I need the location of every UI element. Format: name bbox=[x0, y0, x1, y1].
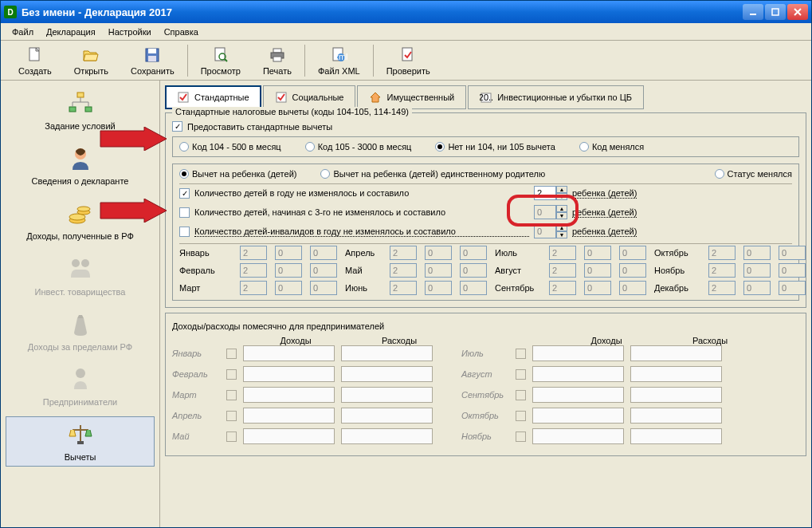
may-2[interactable] bbox=[425, 263, 452, 278]
radio-child-deduction[interactable] bbox=[179, 169, 189, 179]
entr-nov-income[interactable] bbox=[532, 428, 624, 444]
entr-mar-income[interactable] bbox=[243, 387, 335, 403]
sep-1[interactable] bbox=[549, 281, 576, 295]
jul-3[interactable] bbox=[619, 246, 646, 260]
entr-may-income[interactable] bbox=[243, 428, 335, 444]
nov-3[interactable] bbox=[779, 263, 806, 278]
jun-2[interactable] bbox=[425, 281, 452, 295]
entr-feb-chk[interactable] bbox=[226, 369, 237, 380]
tab-property[interactable]: Имущественный bbox=[357, 85, 466, 109]
entr-nov-expense[interactable] bbox=[630, 428, 722, 444]
entr-mar-expense[interactable] bbox=[341, 387, 433, 403]
tool-save[interactable]: Сохранить bbox=[120, 43, 186, 78]
maximize-button[interactable] bbox=[765, 4, 786, 20]
entr-feb-income[interactable] bbox=[243, 366, 335, 382]
entr-aug-income[interactable] bbox=[532, 366, 624, 382]
entr-jan-expense[interactable] bbox=[341, 345, 433, 361]
close-button[interactable] bbox=[787, 4, 808, 20]
jan-3[interactable] bbox=[310, 246, 337, 260]
children-count-unchanged-checkbox[interactable] bbox=[179, 188, 190, 199]
aug-3[interactable] bbox=[619, 263, 646, 278]
apr-1[interactable] bbox=[390, 246, 417, 260]
entr-sep-chk[interactable] bbox=[516, 390, 526, 400]
radio-code-104[interactable] bbox=[179, 142, 189, 152]
entr-may-chk[interactable] bbox=[226, 431, 237, 442]
entr-jul-income[interactable] bbox=[532, 345, 624, 361]
entr-oct-income[interactable] bbox=[532, 408, 624, 424]
entr-oct-expense[interactable] bbox=[630, 408, 722, 424]
nov-1[interactable] bbox=[708, 263, 736, 278]
spin-up[interactable]: ▲ bbox=[556, 186, 567, 193]
aug-2[interactable] bbox=[584, 263, 611, 278]
oct-3[interactable] bbox=[779, 246, 806, 260]
spin-down[interactable]: ▼ bbox=[556, 231, 567, 238]
mar-3[interactable] bbox=[310, 281, 337, 295]
dec-1[interactable] bbox=[708, 281, 736, 295]
provide-std-checkbox[interactable] bbox=[172, 121, 182, 132]
entr-nov-chk[interactable] bbox=[516, 431, 526, 442]
mar-2[interactable] bbox=[275, 281, 302, 295]
sidebar-item-entrepreneur[interactable]: Предприниматели bbox=[6, 361, 155, 412]
feb-3[interactable] bbox=[310, 263, 337, 278]
oct-2[interactable] bbox=[743, 246, 771, 260]
entr-jul-expense[interactable] bbox=[630, 345, 722, 361]
tool-check[interactable]: Проверить bbox=[375, 43, 441, 78]
tool-open[interactable]: Открыть bbox=[63, 43, 120, 78]
tool-xml[interactable]: xmlФайл XML bbox=[307, 43, 371, 78]
dec-3[interactable] bbox=[779, 281, 806, 295]
tool-print[interactable]: Печать bbox=[252, 43, 303, 78]
tab-social[interactable]: Социальные bbox=[263, 85, 356, 109]
aug-1[interactable] bbox=[549, 263, 576, 278]
feb-2[interactable] bbox=[275, 263, 302, 278]
radio-code-changed[interactable] bbox=[579, 142, 589, 152]
nov-2[interactable] bbox=[743, 263, 771, 278]
sep-2[interactable] bbox=[584, 281, 611, 295]
apr-2[interactable] bbox=[425, 246, 452, 260]
sidebar-item-deductions[interactable]: Вычеты bbox=[6, 416, 155, 467]
jan-1[interactable] bbox=[240, 246, 267, 260]
tool-create[interactable]: Создать bbox=[7, 43, 63, 78]
entr-mar-chk[interactable] bbox=[226, 390, 237, 400]
apr-3[interactable] bbox=[460, 246, 487, 260]
may-3[interactable] bbox=[460, 263, 487, 278]
entr-feb-expense[interactable] bbox=[341, 366, 433, 382]
mar-1[interactable] bbox=[240, 281, 267, 295]
entr-jul-chk[interactable] bbox=[516, 349, 526, 359]
entr-oct-chk[interactable] bbox=[516, 411, 526, 421]
feb-1[interactable] bbox=[240, 263, 267, 278]
children-from3-checkbox[interactable] bbox=[179, 207, 190, 218]
menu-settings[interactable]: Настройки bbox=[102, 26, 158, 38]
entr-apr-expense[interactable] bbox=[341, 408, 433, 424]
menu-declaration[interactable]: Декларация bbox=[40, 26, 102, 38]
jul-2[interactable] bbox=[584, 246, 611, 260]
radio-status-changed[interactable] bbox=[715, 169, 724, 179]
minimize-button[interactable] bbox=[743, 4, 763, 20]
tab-standard[interactable]: Стандартные bbox=[165, 85, 261, 109]
entr-aug-chk[interactable] bbox=[516, 369, 526, 380]
entr-sep-income[interactable] bbox=[532, 387, 624, 403]
menu-file[interactable]: Файл bbox=[6, 26, 40, 38]
entr-apr-chk[interactable] bbox=[226, 411, 237, 421]
sep-3[interactable] bbox=[619, 281, 646, 295]
radio-child-single-parent[interactable] bbox=[320, 169, 330, 179]
sidebar-item-invest[interactable]: Инвест. товарищества bbox=[6, 251, 155, 301]
entr-aug-expense[interactable] bbox=[630, 366, 722, 382]
entr-jan-income[interactable] bbox=[243, 345, 335, 361]
sidebar-item-abroad[interactable]: Доходы за пределами РФ bbox=[6, 306, 155, 357]
entr-may-expense[interactable] bbox=[341, 428, 433, 444]
entr-sep-expense[interactable] bbox=[630, 387, 722, 403]
tool-preview[interactable]: Просмотр bbox=[190, 43, 252, 78]
oct-1[interactable] bbox=[708, 246, 736, 260]
jan-2[interactable] bbox=[275, 246, 302, 260]
jul-1[interactable] bbox=[549, 246, 576, 260]
radio-code-105[interactable] bbox=[305, 142, 315, 152]
radio-code-none[interactable] bbox=[435, 142, 445, 152]
may-1[interactable] bbox=[390, 263, 417, 278]
jun-1[interactable] bbox=[390, 281, 417, 295]
children-invalid-checkbox[interactable] bbox=[179, 227, 190, 237]
entr-apr-income[interactable] bbox=[243, 408, 335, 424]
jun-3[interactable] bbox=[460, 281, 487, 295]
menu-help[interactable]: Справка bbox=[158, 26, 205, 38]
dec-2[interactable] bbox=[743, 281, 771, 295]
entr-jan-chk[interactable] bbox=[226, 349, 237, 359]
